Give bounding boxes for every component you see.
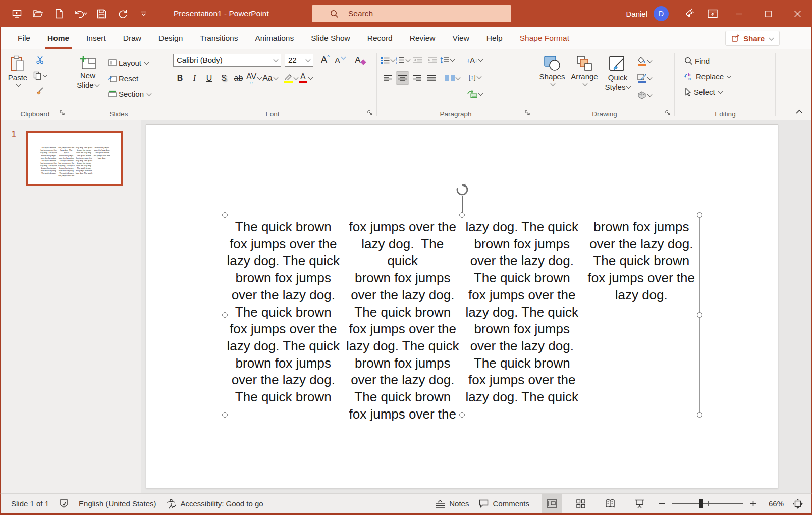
paragraph-dialog-launcher-icon[interactable] <box>525 109 530 118</box>
paste-button[interactable]: Paste <box>3 52 32 108</box>
text-shadow-button[interactable]: S <box>217 71 231 85</box>
zoom-in-button[interactable] <box>748 494 762 513</box>
format-painter-button[interactable] <box>33 84 47 98</box>
tab-transitions[interactable]: Transitions <box>191 27 246 49</box>
font-color-button[interactable]: A <box>299 71 312 85</box>
accessibility-checker[interactable]: Accessibility: Good to go <box>161 494 268 513</box>
decrease-indent-button[interactable] <box>411 53 424 67</box>
find-button[interactable]: Find <box>682 54 769 67</box>
slide-thumbnail[interactable]: The quick brownfox jumps over thelazy do… <box>26 131 123 186</box>
change-case-button[interactable]: Aa <box>262 71 278 85</box>
normal-view-button[interactable] <box>542 494 562 513</box>
layout-button[interactable]: Layout <box>105 56 153 69</box>
tab-record[interactable]: Record <box>359 27 401 49</box>
slide-canvas[interactable]: The quick brownfox jumps over thelazy do… <box>146 124 778 488</box>
justify-button[interactable] <box>425 71 439 85</box>
tab-file[interactable]: File <box>9 27 39 49</box>
tab-draw[interactable]: Draw <box>115 27 150 49</box>
redo-icon[interactable] <box>113 4 132 24</box>
zoom-slider-thumb[interactable] <box>699 499 703 508</box>
resize-handle-bottom-left[interactable] <box>222 412 228 418</box>
tab-design[interactable]: Design <box>150 27 191 49</box>
resize-handle-middle-right[interactable] <box>697 312 702 318</box>
avatar[interactable]: D <box>654 6 669 21</box>
text-direction-button[interactable]: ↓A↓ <box>467 53 482 67</box>
increase-indent-button[interactable] <box>425 53 439 67</box>
customize-qat-icon[interactable] <box>134 4 153 24</box>
align-right-button[interactable] <box>410 71 424 85</box>
cut-button[interactable] <box>33 53 47 67</box>
collapse-ribbon-button[interactable] <box>796 107 803 116</box>
tab-view[interactable]: View <box>444 27 478 49</box>
font-name-combobox[interactable]: Calibri (Body) <box>173 54 281 67</box>
strikethrough-button[interactable]: ab <box>232 71 245 85</box>
zoom-level[interactable]: 66% <box>762 499 784 508</box>
resize-handle-bottom-center[interactable] <box>459 412 465 418</box>
comments-button[interactable]: Comments <box>474 494 534 513</box>
drawing-dialog-launcher-icon[interactable] <box>665 109 671 118</box>
save-icon[interactable] <box>92 4 111 24</box>
resize-handle-bottom-right[interactable] <box>697 412 702 418</box>
decrease-font-size-button[interactable]: A <box>333 53 347 67</box>
align-text-button[interactable]: [↕] <box>467 70 482 84</box>
zoom-slider[interactable] <box>672 503 743 504</box>
text-highlight-button[interactable] <box>284 71 298 85</box>
select-button[interactable]: Select <box>682 85 769 98</box>
resize-handle-middle-left[interactable] <box>222 312 228 318</box>
start-slideshow-icon[interactable] <box>7 4 26 24</box>
clipboard-dialog-launcher-icon[interactable] <box>60 109 65 118</box>
line-spacing-button[interactable] <box>440 53 454 67</box>
selected-text-box[interactable]: The quick brownfox jumps over thelazy do… <box>225 215 700 415</box>
shape-effects-button[interactable] <box>637 88 652 102</box>
close-button[interactable] <box>783 0 812 27</box>
align-center-button[interactable] <box>396 71 409 85</box>
maximize-button[interactable] <box>753 0 783 27</box>
font-size-combobox[interactable]: 22 <box>285 54 313 67</box>
reset-button[interactable]: Reset <box>105 72 153 85</box>
tab-help[interactable]: Help <box>478 27 511 49</box>
open-icon[interactable] <box>28 4 47 24</box>
resize-handle-top-right[interactable] <box>697 212 702 218</box>
slide-sorter-view-button[interactable] <box>571 494 591 513</box>
minimize-button[interactable] <box>724 0 753 27</box>
rotation-handle[interactable] <box>455 183 469 199</box>
slideshow-view-button[interactable] <box>629 494 649 513</box>
shapes-button[interactable]: Shapes <box>536 52 568 108</box>
undo-icon[interactable] <box>71 4 90 24</box>
columns-button[interactable] <box>445 71 460 85</box>
clear-formatting-button[interactable]: A <box>353 53 367 67</box>
shape-outline-button[interactable] <box>637 71 652 85</box>
bullets-button[interactable] <box>381 53 395 67</box>
language-indicator[interactable]: English (United States) <box>74 494 161 513</box>
bold-button[interactable]: B <box>173 71 187 85</box>
increase-font-size-button[interactable]: A^ <box>318 53 332 67</box>
quick-styles-button[interactable]: Quick Styles <box>601 52 634 108</box>
replace-button[interactable]: bc Replace <box>682 70 769 83</box>
spell-check-button[interactable] <box>54 494 74 513</box>
share-button[interactable]: Share <box>725 31 780 46</box>
notes-button[interactable]: Notes <box>430 494 474 513</box>
tab-insert[interactable]: Insert <box>78 27 115 49</box>
coming-soon-icon[interactable] <box>678 0 701 27</box>
new-slide-button[interactable]: New Slide <box>71 52 104 108</box>
character-spacing-button[interactable]: AV↔ <box>246 71 261 85</box>
numbering-button[interactable]: 123 <box>396 53 410 67</box>
align-left-button[interactable] <box>381 71 395 85</box>
tab-shape-format[interactable]: Shape Format <box>511 27 578 49</box>
copy-button[interactable] <box>33 69 47 82</box>
resize-handle-top-center[interactable] <box>459 212 465 218</box>
tab-animations[interactable]: Animations <box>246 27 302 49</box>
slide-indicator[interactable]: Slide 1 of 1 <box>6 494 54 513</box>
zoom-out-button[interactable] <box>649 494 667 513</box>
shape-fill-button[interactable] <box>637 54 652 68</box>
underline-button[interactable]: U <box>202 71 216 85</box>
new-file-icon[interactable] <box>49 4 69 24</box>
font-dialog-launcher-icon[interactable] <box>367 109 373 118</box>
section-button[interactable]: Section <box>105 87 153 100</box>
convert-to-smartart-button[interactable] <box>467 87 482 101</box>
resize-handle-top-left[interactable] <box>222 212 228 218</box>
reading-view-button[interactable] <box>600 494 620 513</box>
italic-button[interactable]: I <box>188 71 201 85</box>
tab-slide-show[interactable]: Slide Show <box>302 27 359 49</box>
ribbon-display-options-icon[interactable] <box>701 0 724 27</box>
